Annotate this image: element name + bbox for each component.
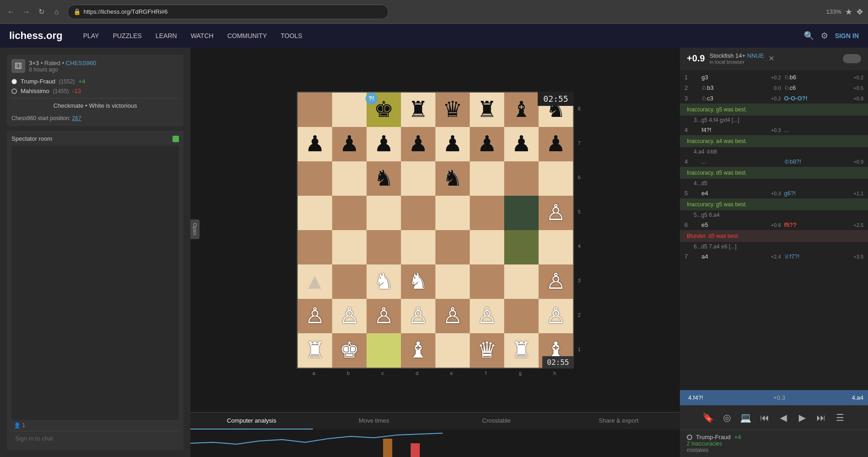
square-e7: ♟ [435, 127, 470, 161]
site-logo[interactable]: lichess.org [9, 30, 62, 42]
white-dot [11, 79, 17, 84]
move-1-white[interactable]: g3 [699, 73, 757, 82]
variation-6[interactable]: 6...d5 7.a4 e6 [...] [680, 242, 868, 251]
tab-move-times[interactable]: Move times [313, 413, 435, 429]
move-row-4w: 4 f4?! +0.3 ... [680, 125, 868, 135]
move-3-black[interactable]: O-O-O?! [782, 94, 840, 103]
last-move-button[interactable]: ⏭ [813, 409, 829, 426]
current-move-eval: +0.3 [773, 394, 785, 401]
square-c1 [367, 333, 401, 368]
square-f4 [470, 230, 504, 264]
move-2-black[interactable]: ♘c6 [782, 83, 840, 92]
board-wrapper: 02:55 ?! ♚ ♜ ♛ ♜ ♝ ♞ ♟ ♟ ♟ [297, 92, 574, 369]
square-b2: ♙ [332, 299, 367, 333]
dice-icon: ⚅ [11, 59, 25, 73]
timer-top: 02:55 [538, 92, 573, 106]
player-circle-black [687, 435, 692, 440]
player-white-name[interactable]: Trump-Fraud [21, 78, 55, 85]
square-d6 [401, 161, 435, 196]
player-row-black: Mahissimo (1455) -13 [11, 86, 179, 96]
monitor-button[interactable]: 💻 [738, 409, 754, 426]
engine-close-button[interactable]: ✕ [768, 54, 774, 63]
start-pos-link[interactable]: 267 [72, 115, 81, 121]
bottom-player-stats: Trump-Fraud +4 2 inaccuracies mistakes [680, 429, 868, 457]
square-b6 [332, 161, 367, 196]
player-black-name[interactable]: Mahissimo [21, 88, 49, 94]
tab-share-export[interactable]: Share & export [557, 413, 680, 429]
tab-crosstable[interactable]: Crosstable [435, 413, 558, 429]
bottom-player-diff: +4 [734, 434, 741, 440]
square-h4 [539, 230, 573, 264]
move-7-black[interactable]: ♕f7?! [782, 252, 840, 261]
move-1-black[interactable]: ♘b6 [782, 73, 840, 82]
inaccuracy-note-4w: Inaccuracy. a4 was best. [680, 135, 868, 147]
square-d1: ♝ [401, 333, 435, 368]
variation-3[interactable]: 3...g5 4.f4 gxf4 [...] [680, 116, 868, 125]
reload-button[interactable]: ↻ [35, 6, 48, 18]
engine-toggle[interactable] [843, 54, 861, 63]
square-d2: ♙ [401, 299, 435, 333]
address-bar[interactable]: 🔒 https://lichess.org/TdRGFHRi#6 [67, 5, 389, 19]
variation-5[interactable]: 5...g5 6.a4 [680, 210, 868, 220]
square-h5: ♙ [539, 196, 573, 230]
chat-input[interactable]: Sign in to chat [11, 431, 179, 446]
nav-tools[interactable]: TOOLS [274, 24, 309, 48]
bookmark-button[interactable]: 🔖 [700, 409, 717, 426]
next-move-button[interactable]: ▶ [794, 409, 811, 426]
square-f1: ♛ [470, 333, 504, 368]
spectator-label: Spectator room [11, 135, 52, 142]
sign-in-button[interactable]: SIGN IN [835, 32, 859, 39]
game-result: Checkmate • White is victorious [11, 98, 179, 113]
move-3-white[interactable]: ♘c3 [699, 94, 757, 103]
move-4-white[interactable]: f4?! [699, 126, 757, 134]
browser-tools: 133% ★ ❖ [826, 7, 863, 17]
nav-learn[interactable]: LEARN [149, 24, 184, 48]
variation-4w[interactable]: 4.a4 ♔b8 [680, 147, 868, 156]
move-5-white[interactable]: e4 [699, 189, 757, 198]
square-g4 [504, 230, 539, 264]
settings-icon[interactable]: ⚙ [821, 31, 828, 41]
open-sidebar-tab[interactable]: Open [190, 220, 200, 239]
square-d8: ♜ [401, 93, 435, 127]
move-4-black[interactable]: ♔b8?! [782, 157, 840, 166]
square-g8: ♝ [504, 93, 539, 127]
move-7-white[interactable]: a4 [699, 252, 757, 261]
home-button[interactable]: ⌂ [50, 6, 63, 18]
square-a5 [298, 196, 332, 230]
current-move-right[interactable]: 4.a4 [852, 394, 863, 401]
first-move-button[interactable]: ⏮ [757, 409, 773, 426]
menu-button[interactable]: ☰ [832, 409, 848, 426]
square-a3: ▲ [298, 264, 332, 299]
current-move-left[interactable]: 4.f4?! [684, 393, 707, 402]
back-button[interactable]: ← [5, 6, 17, 18]
square-f3 [470, 264, 504, 299]
engine-name: Stockfish 14+ [709, 52, 745, 59]
move-5-black[interactable]: g6?! [782, 189, 840, 198]
nav-puzzles[interactable]: PUZZLES [106, 24, 149, 48]
move-row-7: 7 a4 +2.4 ♕f7?! +3.5 [680, 251, 868, 262]
game-type-label: 3+3 • Rated • CHESS960 [29, 60, 96, 66]
variation-4b[interactable]: 4...d5 [680, 179, 868, 188]
move-6-black[interactable]: f5?? [782, 220, 840, 229]
spectators-count: 👤 1 [11, 420, 179, 431]
prev-move-button[interactable]: ◀ [775, 409, 792, 426]
spectator-online-dot [172, 136, 179, 142]
search-icon[interactable]: 🔍 [804, 31, 814, 41]
nav-community[interactable]: COMMUNITY [220, 24, 273, 48]
move-2-white[interactable]: ♘b3 [699, 83, 757, 92]
move-6-white[interactable]: e5 [699, 220, 757, 229]
nav-watch[interactable]: WATCH [184, 24, 221, 48]
inaccuracy-note-4b: Inaccuracy. d5 was best. [680, 167, 868, 179]
forward-button[interactable]: → [20, 6, 33, 18]
square-e3 [435, 264, 470, 299]
square-h2: ♙ [539, 299, 573, 333]
tab-computer-analysis[interactable]: Computer analysis [190, 413, 313, 429]
square-a6 [298, 161, 332, 196]
target-button[interactable]: ◎ [719, 409, 735, 426]
square-h3: ♙ [539, 264, 573, 299]
move-list: 1 g3 +0.2 ♘b6 +0.2 2 ♘b3 0.0 ♘c6 +0.5 3 … [680, 70, 868, 390]
nav-play[interactable]: PLAY [76, 24, 106, 48]
svg-rect-2 [411, 443, 420, 457]
move-4b-dots: ... [699, 157, 757, 166]
move-row-2: 2 ♘b3 0.0 ♘c6 +0.5 [680, 83, 868, 93]
